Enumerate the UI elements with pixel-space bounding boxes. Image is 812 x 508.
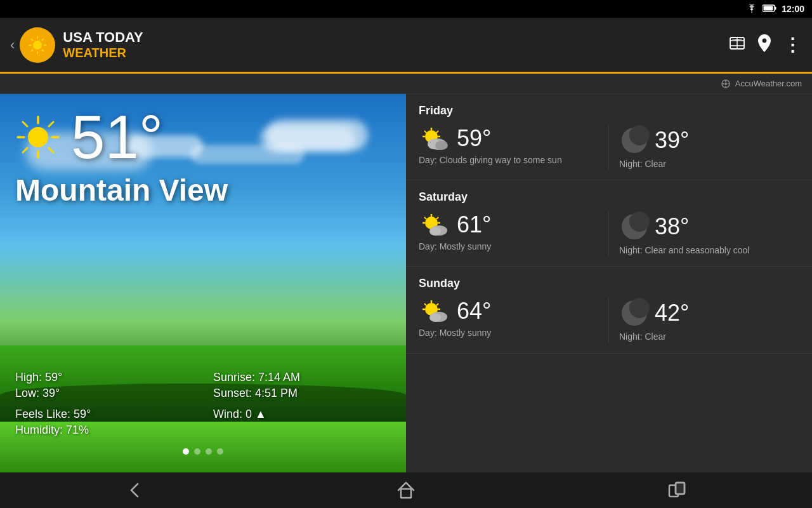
svg-line-30 bbox=[49, 122, 53, 126]
svg-point-23 bbox=[28, 127, 48, 147]
saturday-day-desc: Day: Mostly sunny bbox=[419, 241, 598, 252]
svg-line-39 bbox=[436, 131, 438, 133]
forecast-friday: Friday bbox=[406, 94, 812, 180]
sunset: Sunset: 4:51 PM bbox=[213, 387, 391, 400]
svg-point-4 bbox=[33, 41, 42, 50]
svg-point-18 bbox=[724, 83, 727, 85]
recents-nav-button[interactable] bbox=[652, 472, 702, 508]
brand-weather: WEATHER bbox=[63, 46, 143, 60]
sunday-day-desc: Day: Mostly sunny bbox=[419, 327, 598, 338]
forecast-sunday: Sunday bbox=[406, 267, 812, 353]
svg-point-56 bbox=[629, 211, 650, 232]
high-temp: High: 59° bbox=[15, 371, 193, 384]
city-name: Mountain View bbox=[15, 173, 391, 208]
brand-usa-today: USA TODAY bbox=[63, 30, 143, 45]
saturday-night-desc: Night: Clear and seasonably cool bbox=[619, 244, 792, 256]
friday-day-icon bbox=[419, 125, 452, 152]
friday-night: 39° Night: Clear bbox=[609, 125, 799, 170]
friday-label: Friday bbox=[419, 104, 799, 117]
svg-rect-2 bbox=[764, 6, 773, 10]
svg-line-29 bbox=[49, 148, 53, 152]
friday-day-desc: Day: Clouds giving way to some sun bbox=[419, 154, 598, 166]
sunrise: Sunrise: 7:14 AM bbox=[213, 371, 391, 384]
back-drawer-button[interactable]: ‹ bbox=[10, 37, 15, 53]
sunday-night: 42° Night: Clear bbox=[609, 298, 799, 342]
svg-line-37 bbox=[424, 131, 426, 133]
current-weather-sun-icon bbox=[15, 114, 61, 160]
saturday-night-temp: 38° bbox=[655, 213, 689, 240]
sunday-night-icon bbox=[619, 298, 650, 328]
sunday-day-temp-row: 64° bbox=[419, 298, 598, 324]
saturday-day-temp-row: 61° bbox=[419, 211, 598, 238]
weather-details: High: 59° Sunrise: 7:14 AM Low: 39° Suns… bbox=[15, 371, 391, 437]
page-indicators bbox=[183, 448, 223, 455]
logo-area: USA TODAY WEATHER bbox=[20, 27, 143, 63]
friday-day: 59° Day: Clouds giving way to some sun bbox=[419, 125, 609, 170]
sunday-night-temp-row: 42° bbox=[619, 298, 792, 328]
weather-details-grid: High: 59° Sunrise: 7:14 AM Low: 39° Suns… bbox=[15, 371, 391, 437]
svg-line-52 bbox=[436, 217, 438, 219]
svg-point-42 bbox=[435, 141, 448, 150]
friday-night-icon bbox=[619, 125, 650, 156]
friday-night-temp: 39° bbox=[655, 127, 689, 154]
feels-like: Feels Like: 59° bbox=[15, 408, 193, 421]
navigation-bar bbox=[0, 472, 812, 508]
svg-rect-69 bbox=[401, 489, 411, 498]
main-content: 51° Mountain View High: 59° Sunrise: 7:1… bbox=[0, 94, 812, 472]
accuweather-label: AccuWeather.com bbox=[721, 79, 802, 88]
weather-panel: 51° Mountain View High: 59° Sunrise: 7:1… bbox=[0, 94, 406, 472]
back-nav-button[interactable] bbox=[110, 472, 160, 508]
sunday-night-temp: 42° bbox=[655, 300, 689, 326]
saturday-row: 61° Day: Mostly sunny 38° Night: Clear a… bbox=[419, 211, 799, 256]
saturday-night: 38° Night: Clear and seasonably cool bbox=[609, 211, 799, 256]
app-bar: ‹ USA TODAY WEATHER bbox=[0, 18, 812, 74]
sunday-label: Sunday bbox=[419, 277, 799, 290]
more-options-button[interactable]: ⋮ bbox=[783, 34, 802, 55]
svg-rect-1 bbox=[775, 6, 776, 10]
forecast-saturday: Saturday bbox=[406, 180, 812, 267]
saturday-day-icon bbox=[419, 211, 452, 238]
sunday-night-desc: Night: Clear bbox=[619, 331, 792, 342]
sunday-day-icon bbox=[419, 298, 452, 324]
svg-line-64 bbox=[436, 304, 438, 305]
saturday-night-icon bbox=[619, 211, 650, 242]
wind: Wind: 0 ▲ bbox=[213, 408, 391, 421]
svg-rect-71 bbox=[676, 483, 684, 494]
svg-line-28 bbox=[23, 122, 27, 126]
wifi-icon bbox=[746, 4, 757, 15]
current-temperature: 51° bbox=[71, 107, 163, 168]
sunday-row: 64° Day: Mostly sunny 42° Night: Clear bbox=[419, 298, 799, 342]
svg-line-31 bbox=[23, 148, 27, 152]
home-nav-button[interactable] bbox=[381, 472, 431, 508]
page-dot-1[interactable] bbox=[183, 448, 189, 455]
logo-circle bbox=[20, 27, 55, 63]
app-bar-actions: ⋮ bbox=[729, 34, 802, 56]
accuweather-bar: AccuWeather.com bbox=[0, 74, 812, 94]
saturday-night-temp-row: 38° bbox=[619, 211, 792, 242]
humidity: Humidity: 71% bbox=[15, 424, 193, 437]
svg-point-68 bbox=[629, 298, 650, 318]
current-time: 12:00 bbox=[782, 4, 804, 14]
friday-day-temp: 59° bbox=[457, 125, 491, 152]
friday-day-temp-row: 59° bbox=[419, 125, 598, 152]
status-bar: 12:00 bbox=[0, 0, 812, 18]
svg-point-66 bbox=[429, 313, 441, 322]
location-button[interactable] bbox=[758, 34, 771, 56]
sunday-day: 64° Day: Mostly sunny bbox=[419, 298, 609, 342]
accuweather-text: AccuWeather.com bbox=[735, 79, 802, 88]
low-temp: Low: 39° bbox=[15, 387, 193, 400]
page-dot-4[interactable] bbox=[217, 448, 223, 455]
friday-night-temp-row: 39° bbox=[619, 125, 792, 156]
page-dot-2[interactable] bbox=[194, 448, 200, 455]
page-dot-3[interactable] bbox=[206, 448, 212, 455]
globe-button[interactable] bbox=[729, 35, 745, 55]
saturday-label: Saturday bbox=[419, 190, 799, 204]
weather-info: 51° Mountain View High: 59° Sunrise: 7:1… bbox=[0, 94, 406, 472]
svg-line-50 bbox=[424, 217, 426, 219]
svg-point-54 bbox=[429, 227, 441, 236]
current-temp-row: 51° bbox=[15, 107, 391, 168]
sunday-day-temp: 64° bbox=[457, 298, 491, 324]
saturday-day: 61° Day: Mostly sunny bbox=[419, 211, 609, 256]
forecast-panel: Friday bbox=[406, 94, 812, 472]
svg-line-62 bbox=[424, 304, 426, 305]
